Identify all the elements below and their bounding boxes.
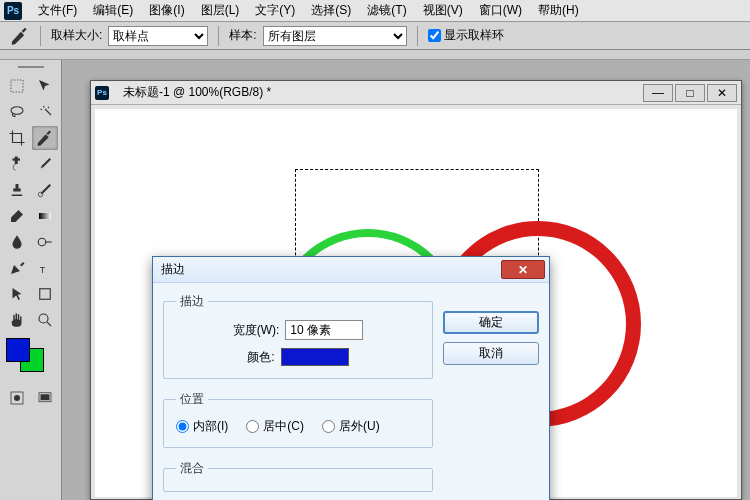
document-titlebar[interactable]: Ps 未标题-1 @ 100%(RGB/8) * — □ ✕ — [91, 81, 741, 105]
position-group-legend: 位置 — [176, 391, 208, 408]
sample-size-select[interactable]: 取样点 — [108, 26, 208, 46]
options-bar: 取样大小: 取样点 样本: 所有图层 显示取样环 — [0, 22, 750, 50]
menu-help[interactable]: 帮助(H) — [530, 0, 587, 21]
dialog-close-button[interactable]: ✕ — [501, 260, 545, 279]
cancel-button[interactable]: 取消 — [443, 342, 539, 365]
quick-mask-tool[interactable] — [4, 386, 30, 410]
gradient-tool[interactable] — [32, 204, 58, 228]
stroke-group-legend: 描边 — [176, 293, 208, 310]
color-swatch[interactable] — [6, 338, 59, 372]
svg-rect-0 — [11, 80, 23, 92]
svg-rect-12 — [40, 394, 49, 400]
menu-layer[interactable]: 图层(L) — [193, 0, 248, 21]
shape-tool[interactable] — [32, 282, 58, 306]
stamp-tool[interactable] — [4, 178, 30, 202]
screen-mode-tool[interactable] — [32, 386, 58, 410]
maximize-button[interactable]: □ — [675, 84, 705, 102]
menu-edit[interactable]: 编辑(E) — [85, 0, 141, 21]
svg-text:T: T — [39, 265, 45, 275]
show-sampling-ring-checkbox[interactable] — [428, 29, 441, 42]
menu-select[interactable]: 选择(S) — [303, 0, 359, 21]
color-well[interactable] — [281, 348, 349, 366]
color-label: 颜色: — [247, 349, 274, 366]
stroke-group: 描边 宽度(W): 颜色: — [163, 293, 433, 379]
foreground-color[interactable] — [6, 338, 30, 362]
marquee-tool[interactable] — [4, 74, 30, 98]
show-sampling-ring-label: 显示取样环 — [444, 27, 504, 44]
sample-label: 样本: — [229, 27, 256, 44]
blur-tool[interactable] — [4, 230, 30, 254]
document-title: 未标题-1 @ 100%(RGB/8) * — [123, 84, 271, 101]
menu-filter[interactable]: 滤镜(T) — [359, 0, 414, 21]
menu-bar: Ps 文件(F) 编辑(E) 图像(I) 图层(L) 文字(Y) 选择(S) 滤… — [0, 0, 750, 22]
ps-logo: Ps — [4, 2, 22, 20]
zoom-tool[interactable] — [32, 308, 58, 332]
eyedropper-tool-icon — [10, 26, 30, 46]
blend-group-legend: 混合 — [176, 460, 208, 477]
close-button[interactable]: ✕ — [707, 84, 737, 102]
svg-point-10 — [14, 395, 20, 401]
svg-rect-4 — [39, 213, 51, 219]
position-outside[interactable]: 居外(U) — [322, 418, 380, 435]
healing-brush-tool[interactable] — [4, 152, 30, 176]
magic-wand-tool[interactable] — [32, 100, 58, 124]
eyedropper-tool[interactable] — [32, 126, 58, 150]
position-group: 位置 内部(I) 居中(C) 居外(U) — [163, 391, 433, 448]
svg-point-8 — [39, 314, 48, 323]
sample-size-label: 取样大小: — [51, 27, 102, 44]
menu-file[interactable]: 文件(F) — [30, 0, 85, 21]
menu-image[interactable]: 图像(I) — [141, 0, 192, 21]
pen-tool[interactable] — [4, 256, 30, 280]
toolbox: T — [0, 60, 62, 500]
panel-strip — [0, 50, 750, 60]
position-inside[interactable]: 内部(I) — [176, 418, 228, 435]
history-brush-tool[interactable] — [32, 178, 58, 202]
menu-view[interactable]: 视图(V) — [415, 0, 471, 21]
type-tool[interactable]: T — [32, 256, 58, 280]
ps-icon: Ps — [95, 86, 109, 100]
eraser-tool[interactable] — [4, 204, 30, 228]
dialog-titlebar[interactable]: 描边 ✕ — [153, 257, 549, 283]
toolbox-grip[interactable] — [2, 64, 59, 70]
svg-point-5 — [38, 238, 46, 246]
sample-select[interactable]: 所有图层 — [263, 26, 407, 46]
svg-point-1 — [11, 107, 23, 115]
blend-group: 混合 — [163, 460, 433, 492]
crop-tool[interactable] — [4, 126, 30, 150]
ok-button[interactable]: 确定 — [443, 311, 539, 334]
lasso-tool[interactable] — [4, 100, 30, 124]
canvas-area: Ps 未标题-1 @ 100%(RGB/8) * — □ ✕ 描边 ✕ — [62, 60, 750, 500]
move-tool[interactable] — [32, 74, 58, 98]
menu-window[interactable]: 窗口(W) — [471, 0, 530, 21]
width-input[interactable] — [285, 320, 363, 340]
hand-tool[interactable] — [4, 308, 30, 332]
path-select-tool[interactable] — [4, 282, 30, 306]
minimize-button[interactable]: — — [643, 84, 673, 102]
brush-tool[interactable] — [32, 152, 58, 176]
width-label: 宽度(W): — [233, 322, 280, 339]
dialog-title: 描边 — [161, 261, 185, 278]
menu-text[interactable]: 文字(Y) — [247, 0, 303, 21]
position-center[interactable]: 居中(C) — [246, 418, 304, 435]
dodge-tool[interactable] — [32, 230, 58, 254]
svg-rect-7 — [39, 289, 50, 300]
stroke-dialog: 描边 ✕ 描边 宽度(W): 颜色: — [152, 256, 550, 500]
